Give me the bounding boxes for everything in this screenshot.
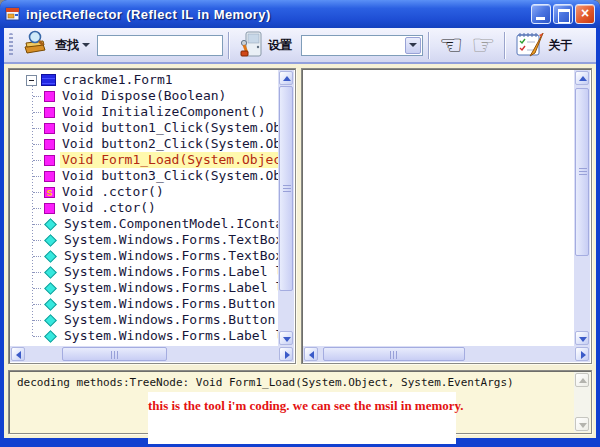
tree-item-icon	[44, 218, 57, 231]
scroll-up-button[interactable]	[575, 71, 589, 85]
scrollbar-thumb[interactable]	[62, 347, 167, 361]
tree-item[interactable]: System.Windows.Forms.Label la	[10, 328, 278, 344]
il-line: IL_28 : ldarg. 0	[307, 328, 574, 344]
tree-connector	[33, 224, 41, 225]
tree-connector	[33, 112, 41, 113]
scroll-up-button[interactable]	[575, 373, 589, 387]
tree-item[interactable]: S Void .cctor()	[10, 184, 278, 200]
tree-item[interactable]: Void button1_Click(System.Obj	[10, 120, 278, 136]
titlebar[interactable]: injectReflector (Reflect IL in Memory) ×	[0, 0, 600, 28]
tree-item[interactable]: System.Windows.Forms.Label la	[10, 264, 278, 280]
settings-button[interactable]: 设置	[235, 28, 296, 63]
notepad-pencil-icon	[515, 30, 545, 60]
il-line: IL_8 : ldstr “恭喜你,已注册成功!”	[307, 200, 574, 216]
tree-connector	[33, 336, 41, 337]
hand-right-button[interactable]: ☞	[467, 29, 499, 61]
tree-item-icon	[44, 250, 57, 263]
annotation-text: this is the tool i'm coding. we can see …	[148, 398, 464, 413]
scroll-down-button[interactable]	[575, 417, 589, 431]
tree-item-icon	[44, 171, 55, 182]
il-line: ////////////////////////////////////////…	[307, 136, 574, 152]
scrollbar-thumb[interactable]	[323, 347, 465, 361]
tree-item[interactable]: System.Windows.Forms.Button b	[10, 312, 278, 328]
tree-vertical-scrollbar[interactable]	[278, 70, 294, 346]
hand-left-button[interactable]: ☜	[435, 29, 467, 61]
tree-item-label: System.Windows.Forms.Label la	[62, 280, 278, 296]
tree-item-label: Void Form1_Load(System.Object,	[60, 152, 278, 168]
tree-horizontal-scrollbar[interactable]	[10, 346, 294, 362]
toolbar: 查找 设置	[4, 28, 596, 64]
il-code-view: //Param(0): System.Object sender //Param…	[303, 70, 574, 346]
methods-tree: crackme1.Form1 Void Dispose(Boolean) Voi…	[10, 70, 278, 346]
tree-root-item[interactable]: crackme1.Form1	[10, 72, 278, 88]
tree-item[interactable]: Void .ctor()	[10, 200, 278, 216]
combobox-dropdown-button[interactable]	[405, 37, 421, 54]
il-line: IL_23 : callvirt System.Windows.Forms.Co…	[307, 312, 574, 328]
tree-item[interactable]: Void InitializeComponent()	[10, 104, 278, 120]
scroll-down-button[interactable]	[575, 331, 589, 345]
tree-guideline	[32, 86, 33, 336]
minimize-button[interactable]	[531, 4, 551, 24]
scroll-left-button[interactable]	[304, 347, 318, 361]
scrollbar-thumb[interactable]	[279, 86, 293, 291]
tree-connector	[33, 256, 41, 257]
tree-item-label: System.Windows.Forms.TextBox	[62, 232, 278, 248]
tree-item-label: System.Windows.Forms.Button b	[62, 312, 278, 328]
find-button[interactable]: 查找	[18, 28, 94, 62]
toolbar-grip[interactable]	[9, 33, 13, 57]
status-vertical-scrollbar[interactable]	[574, 372, 590, 432]
il-vertical-scrollbar[interactable]	[574, 70, 590, 346]
tree-item[interactable]: System.Windows.Forms.Button b	[10, 296, 278, 312]
tree-item-icon	[44, 203, 55, 214]
tree-item-label: Void Dispose(Boolean)	[60, 88, 228, 104]
il-line: IL_D : ldsfld System.Object.crackme1.Pro…	[307, 216, 574, 232]
class-icon	[41, 74, 56, 86]
il-line: IL_1D : ldfld System.Windows.Forms.Form.…	[307, 280, 574, 296]
tree-item-icon	[44, 123, 55, 134]
find-input[interactable]	[97, 35, 223, 56]
status-text: decoding methods:TreeNode: Void Form1_Lo…	[9, 371, 591, 394]
toolbar-separator	[504, 32, 506, 59]
il-line: IL_17 : callvirt System.Windows.Forms.Co…	[307, 248, 574, 264]
pointing-hand-left-icon: ☜	[439, 31, 463, 59]
tree-item-label: System.Windows.Forms.Button b	[62, 296, 278, 312]
tree-item-icon	[44, 314, 57, 327]
tree-item-icon	[44, 139, 55, 150]
scrollbar-thumb[interactable]	[575, 88, 589, 256]
tree-item-label: System.Windows.Forms.Label la	[62, 328, 278, 344]
tree-item[interactable]: System.Windows.Forms.TextBox	[10, 232, 278, 248]
tree-collapse-toggle[interactable]	[26, 75, 37, 86]
il-line: IL_22 : ldc.i4. 0	[307, 296, 574, 312]
about-button[interactable]: 关于	[511, 28, 576, 62]
scroll-up-button[interactable]	[279, 71, 293, 85]
tree-item-label: Void button1_Click(System.Obj	[60, 120, 278, 136]
tree-item[interactable]: System.ComponentModel.IContai	[10, 216, 278, 232]
client-area: crackme1.Form1 Void Dispose(Boolean) Voi…	[4, 64, 596, 438]
tree-item[interactable]: Void Dispose(Boolean)	[10, 88, 278, 104]
methods-tree-panel: crackme1.Form1 Void Dispose(Boolean) Voi…	[8, 68, 296, 364]
tree-connector	[33, 304, 41, 305]
tree-item-label: System.Windows.Forms.Label la	[62, 264, 278, 280]
tree-item-icon	[44, 298, 57, 311]
scroll-right-button[interactable]	[279, 347, 293, 361]
il-line: //Param(1): System.EventArgs e	[307, 88, 574, 104]
tree-item[interactable]: System.Windows.Forms.Label la	[10, 280, 278, 296]
il-lines: //Param(0): System.Object sender //Param…	[307, 72, 574, 346]
scroll-down-button[interactable]	[279, 331, 293, 345]
pointing-hand-right-icon: ☞	[471, 31, 495, 59]
search-books-icon	[22, 30, 52, 60]
tree-item[interactable]: Void button2_Click(System.Obj	[10, 136, 278, 152]
settings-combobox[interactable]	[301, 35, 423, 56]
close-button[interactable]: ×	[575, 4, 595, 24]
scroll-left-button[interactable]	[11, 347, 25, 361]
il-horizontal-scrollbar[interactable]	[303, 346, 590, 362]
tree-item-icon	[44, 330, 57, 343]
tree-connector	[33, 96, 41, 97]
tree-item[interactable]: Void button3_Click(System.Obj	[10, 168, 278, 184]
tree-item[interactable]: Void Form1_Load(System.Object,	[10, 152, 278, 168]
tree-items: Void Dispose(Boolean) Void InitializeCom…	[10, 88, 278, 344]
scroll-right-button[interactable]	[575, 347, 589, 361]
tree-connector	[33, 128, 41, 129]
tree-item[interactable]: System.Windows.Forms.TextBox	[10, 248, 278, 264]
maximize-button[interactable]	[553, 4, 573, 24]
